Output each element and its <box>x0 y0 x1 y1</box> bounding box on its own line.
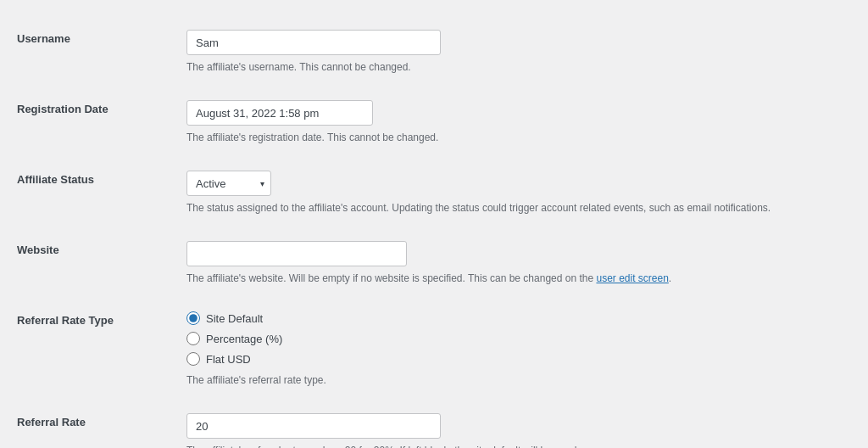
referral-rate-type-description: The affiliate's referral rate type. <box>186 372 822 388</box>
registration-date-description: The affiliate's registration date. This … <box>186 130 822 145</box>
radio-flat-usd-option[interactable]: Flat USD <box>186 352 843 366</box>
website-description: The affiliate's website. Will be empty i… <box>186 271 822 286</box>
website-description-text: The affiliate's website. Will be empty i… <box>186 272 596 284</box>
registration-date-label: Registration Date <box>17 103 108 115</box>
radio-percentage-label: Percentage (%) <box>206 333 282 345</box>
referral-rate-type-row: Referral Rate Type Site Default Percenta… <box>8 299 851 400</box>
user-edit-screen-link[interactable]: user edit screen <box>596 272 668 284</box>
radio-site-default-label: Site Default <box>206 312 263 325</box>
radio-flat-usd-label: Flat USD <box>206 353 251 366</box>
referral-rate-input[interactable] <box>186 413 441 439</box>
registration-date-input <box>186 100 373 126</box>
affiliate-status-select[interactable]: Active Inactive Pending Rejected <box>186 171 271 196</box>
radio-site-default[interactable] <box>186 311 200 325</box>
website-description-after: . <box>669 272 671 284</box>
website-row: Website The affiliate's website. Will be… <box>8 228 851 299</box>
username-label: Username <box>17 32 70 45</box>
referral-rate-description: The affiliate's referral rate, such as 2… <box>186 443 822 448</box>
username-input[interactable] <box>186 30 441 55</box>
radio-percentage[interactable] <box>186 332 200 345</box>
registration-date-row: Registration Date The affiliate's regist… <box>8 87 851 158</box>
radio-site-default-option[interactable]: Site Default <box>186 311 843 325</box>
referral-rate-type-group: Site Default Percentage (%) Flat USD <box>186 311 843 366</box>
radio-flat-usd[interactable] <box>186 352 200 366</box>
website-label: Website <box>17 244 59 256</box>
referral-rate-row: Referral Rate The affiliate's referral r… <box>8 400 851 448</box>
status-select-wrapper: Active Inactive Pending Rejected ▾ <box>186 171 271 196</box>
referral-rate-type-label: Referral Rate Type <box>17 314 114 327</box>
website-input[interactable] <box>186 241 407 266</box>
affiliate-settings-form: Username The affiliate's username. This … <box>8 17 851 448</box>
username-description: The affiliate's username. This cannot be… <box>186 59 822 75</box>
referral-rate-label: Referral Rate <box>17 416 86 428</box>
radio-percentage-option[interactable]: Percentage (%) <box>186 332 843 345</box>
username-row: Username The affiliate's username. This … <box>8 17 851 87</box>
affiliate-status-row: Affiliate Status Active Inactive Pending… <box>8 158 851 228</box>
affiliate-status-description: The status assigned to the affiliate's a… <box>186 200 822 216</box>
affiliate-status-label: Affiliate Status <box>17 173 94 186</box>
